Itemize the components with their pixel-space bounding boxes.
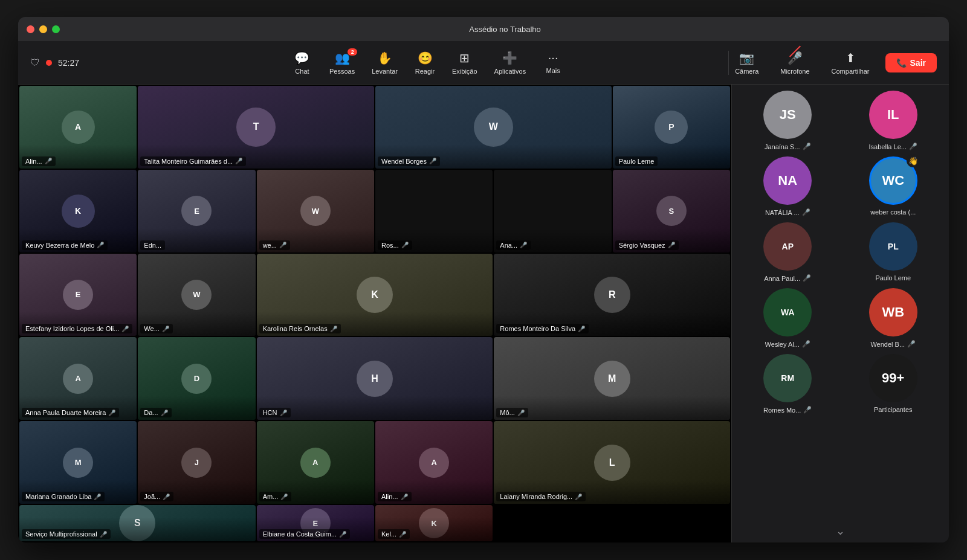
participant-name-7: we...🎤	[259, 240, 290, 250]
mais-button[interactable]: ··· Mais	[535, 47, 571, 78]
mic-icon-wesley: 🎤	[802, 340, 810, 348]
video-cell-23: L Laiany Miranda Rodrig...🎤	[494, 421, 730, 504]
participant-name-joao: Joã...🎤	[140, 492, 173, 501]
video-cell-18: M Mô...🎤	[494, 337, 730, 420]
video-cell-25: E Elbiane da Costa Guim...🎤	[257, 505, 374, 541]
avatar-na: NA	[763, 156, 812, 205]
mic-icon-na: 🎤	[802, 208, 810, 216]
sidebar-participant-wesley: WA Wesley Al... 🎤	[738, 288, 838, 348]
participant-name-mariana: Mariana Granado Liba🎤	[22, 492, 105, 501]
avatar-container-romes: RM	[763, 354, 812, 402]
avatar-anna: AP	[763, 222, 812, 271]
sidebar-name-js: Janaína S... 🎤	[765, 143, 811, 150]
mic-icon-js: 🎤	[803, 143, 811, 150]
shield-icon: 🛡	[30, 57, 40, 68]
participant-name-romes: Romes Monteiro Da Silva🎤	[496, 324, 589, 333]
video-cell-11: E Estefany Izidorio Lopes de Oli...🎤	[19, 254, 137, 336]
video-cell-1: A Alin...🎤	[19, 86, 137, 169]
participant-name-2: Talita Monteiro Guimarães d...🎤	[140, 156, 246, 166]
toolbar-left: 🛡 52:27	[30, 57, 127, 68]
leave-label: Sair	[910, 58, 926, 68]
avatar-container-il: IL	[869, 91, 917, 139]
avatar-romes: RM	[763, 354, 812, 402]
compartilhar-button[interactable]: ⬆ Compartilhar	[826, 47, 876, 79]
chevron-down-icon[interactable]: ⌄	[836, 524, 845, 538]
maximize-button[interactable]	[52, 25, 60, 33]
participant-name-elbiane: Elbiane da Costa Guim...🎤	[259, 529, 350, 539]
sidebar-name-romes: Romes Mo... 🎤	[763, 406, 812, 414]
sidebar-name-anna: Anna Paul... 🎤	[764, 274, 811, 282]
video-cell-8-black: Ros...🎤	[375, 170, 493, 253]
sidebar-participant-wc: WC 👋 weber costa (...	[844, 156, 943, 216]
video-cell-20: J Joã...🎤	[138, 421, 255, 504]
main-window: Assédio no Trabalho 🛡 52:27 💬 Chat 👥 Pes…	[18, 17, 949, 542]
sidebar-name-na: NATÁLIA ... 🎤	[765, 208, 810, 216]
microfone-button[interactable]: 🎤 Microfone	[774, 47, 815, 79]
participant-name-6: Edn...	[140, 240, 165, 250]
participant-name-22: Alin...🎤	[378, 492, 412, 501]
avatar-container-na: NA	[763, 156, 812, 205]
video-cell-9-black: Ana...🎤	[494, 170, 611, 253]
avatar-initials-il: IL	[887, 107, 899, 123]
sidebar-participant-il: IL Isabella Le... 🎤	[844, 91, 943, 150]
video-cell-22: A Alin...🎤	[375, 421, 493, 504]
avatar-initials-na: NA	[778, 173, 797, 188]
exibicao-button[interactable]: ⊞ Exibição	[445, 47, 485, 79]
avatar-wesley: WA	[763, 288, 812, 336]
reagir-icon: 😊	[418, 51, 433, 65]
avatar-initials-js: JS	[780, 107, 796, 123]
chat-button[interactable]: 💬 Chat	[285, 47, 320, 79]
participant-name-12: We...🎤	[140, 324, 172, 333]
sidebar-participant-wb: WB Wendel B... 🎤	[844, 288, 943, 348]
camera-icon: 📷	[739, 51, 754, 65]
aplicativos-icon: ➕	[502, 51, 517, 65]
participant-name-keuvy: Keuvy Bezerra de Melo🎤	[22, 240, 108, 250]
traffic-lights	[27, 25, 60, 33]
mic-icon-wb: 🎤	[907, 340, 916, 348]
participant-name-3: Wendel Borges🎤	[378, 156, 440, 166]
microfone-icon: 🎤	[788, 51, 803, 65]
toolbar: 🛡 52:27 💬 Chat 👥 Pessoas 2 ✋ Levantar 😊 …	[18, 41, 949, 85]
video-cell-3: W Wendel Borges🎤	[375, 86, 612, 169]
video-cell-26: K Kel...🎤	[375, 505, 493, 541]
participant-name-anna: Anna Paula Duarte Moreira🎤	[22, 408, 119, 417]
mais-icon: ···	[548, 51, 558, 65]
levantar-button[interactable]: ✋ Levantar	[364, 47, 405, 79]
levantar-icon: ✋	[377, 51, 392, 65]
minimize-button[interactable]	[39, 25, 47, 33]
sidebar-bottom: ⌄	[732, 520, 949, 542]
exibicao-icon: ⊞	[459, 51, 470, 65]
mic-icon-romes: 🎤	[803, 406, 812, 414]
camera-button[interactable]: 📷 Câmera	[729, 47, 765, 79]
video-cell-12: W We...🎤	[138, 254, 255, 336]
participant-name-16: Da...🎤	[140, 408, 171, 417]
leave-button[interactable]: 📞 Sair	[885, 53, 937, 72]
participant-name-hcn: HCN🎤	[259, 408, 291, 417]
sidebar: JS Janaína S... 🎤 IL	[731, 85, 949, 542]
toolbar-center: 💬 Chat 👥 Pessoas 2 ✋ Levantar 😊 Reagir ⊞…	[127, 47, 728, 79]
participant-count: 99+	[869, 354, 917, 402]
video-cell-10: S Sérgio Vasquez🎤	[613, 170, 730, 253]
avatar-container-count: 99+	[869, 354, 917, 402]
window-title: Assédio no Trabalho	[70, 25, 940, 34]
close-button[interactable]	[27, 25, 34, 33]
video-cell-13: K Karolina Reis Ornelas🎤	[257, 254, 493, 336]
video-cell-6: E Edn...	[138, 170, 255, 253]
participant-name-9: Ana...🎤	[496, 240, 531, 250]
compartilhar-icon: ⬆	[846, 51, 856, 65]
avatar-initials-wb: WB	[882, 304, 904, 320]
count-value: 99+	[882, 370, 904, 386]
avatar-paulo: PL	[869, 222, 917, 271]
participant-name-mo: Mô...🎤	[496, 408, 528, 417]
pessoas-badge: 2	[348, 48, 357, 56]
video-cell-7: W we...🎤	[257, 170, 374, 253]
sidebar-participant-js: JS Janaína S... 🎤	[738, 91, 838, 150]
mic-icon-anna: 🎤	[803, 274, 811, 282]
pessoas-button[interactable]: 👥 Pessoas 2	[322, 47, 362, 79]
reagir-button[interactable]: 😊 Reagir	[407, 47, 442, 79]
aplicativos-button[interactable]: ➕ Aplicativos	[487, 47, 534, 79]
participant-name-paulo: Paulo Leme	[615, 156, 658, 166]
sidebar-name-wb: Wendel B... 🎤	[870, 340, 916, 348]
chat-icon: 💬	[294, 51, 309, 65]
avatar-wb: WB	[869, 288, 917, 336]
